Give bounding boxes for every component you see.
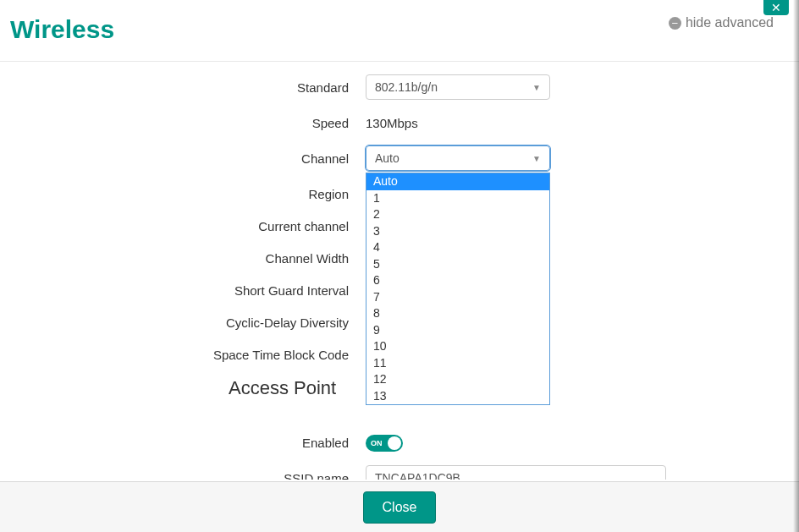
row-standard: Standard 802.11b/g/n ▼ (0, 74, 799, 100)
row-enabled: Enabled ON (0, 433, 799, 452)
ssid-input[interactable] (366, 465, 666, 480)
label-region: Region (0, 187, 366, 201)
label-sgi: Short Guard Interval (0, 283, 366, 298)
channel-option[interactable]: 7 (366, 289, 549, 306)
value-speed: 130Mbps (366, 116, 799, 130)
chevron-down-icon: ▼ (532, 154, 541, 163)
header: Wireless − hide advanced (0, 0, 799, 61)
hide-advanced-toggle[interactable]: − hide advanced (669, 15, 774, 30)
label-stbc: Space Time Block Code (0, 348, 366, 362)
channel-select[interactable]: Auto ▼ (366, 145, 550, 171)
channel-option[interactable]: 6 (366, 272, 549, 289)
channel-option[interactable]: 12 (366, 371, 549, 388)
channel-option[interactable]: Auto (366, 173, 549, 190)
form-scroll-area[interactable]: Standard 802.11b/g/n ▼ Speed 130Mbps Cha… (0, 62, 799, 480)
toggle-knob (388, 436, 401, 450)
channel-select-value: Auto (375, 151, 400, 165)
label-channel: Channel (0, 151, 366, 166)
channel-option[interactable]: 4 (366, 239, 549, 256)
label-cdd: Cyclic-Delay Diversity (0, 315, 366, 330)
row-channel: Channel Auto ▼ Auto12345678910111213 (0, 145, 799, 171)
channel-option[interactable]: 8 (366, 305, 549, 322)
channel-option[interactable]: 2 (366, 206, 549, 223)
label-current-channel: Current channel (0, 219, 366, 233)
channel-dropdown-list: Auto12345678910111213 (366, 173, 550, 405)
channel-option[interactable]: 9 (366, 322, 549, 339)
label-enabled: Enabled (0, 436, 366, 450)
channel-option[interactable]: 11 (366, 355, 549, 372)
channel-option[interactable]: 13 (366, 388, 549, 405)
label-ssid: SSID name (0, 471, 366, 480)
label-channel-width: Channel Width (0, 251, 366, 266)
channel-option[interactable]: 10 (366, 338, 549, 355)
minus-circle-icon: − (669, 17, 681, 30)
toggle-on-label: ON (371, 439, 383, 447)
footer: Close (0, 481, 799, 532)
chevron-down-icon: ▼ (532, 83, 541, 92)
standard-select[interactable]: 802.11b/g/n ▼ (366, 74, 550, 100)
channel-option[interactable]: 3 (366, 223, 549, 240)
channel-option[interactable]: 1 (366, 190, 549, 207)
label-speed: Speed (0, 116, 366, 130)
row-ssid: SSID name (0, 465, 799, 480)
row-speed: Speed 130Mbps (0, 113, 799, 132)
standard-select-value: 802.11b/g/n (375, 80, 438, 94)
channel-option[interactable]: 5 (366, 256, 549, 273)
close-button[interactable]: Close (363, 491, 437, 524)
label-standard: Standard (0, 80, 366, 95)
enabled-toggle[interactable]: ON (366, 435, 403, 452)
hide-advanced-label: hide advanced (686, 15, 774, 30)
